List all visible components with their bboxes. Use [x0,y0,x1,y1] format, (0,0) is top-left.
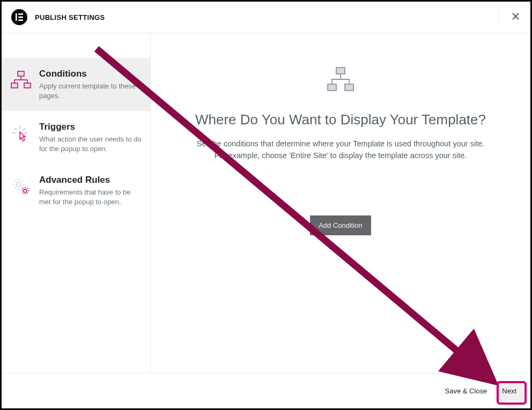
main-heading: Where Do You Want to Display Your Templa… [195,111,486,128]
svg-rect-6 [24,83,31,88]
svg-rect-0 [16,13,17,21]
sitemap-hero-icon [325,66,356,94]
svg-rect-15 [328,84,336,91]
close-button[interactable] [499,9,522,26]
svg-rect-14 [336,68,345,74]
main-subtitle: Set the conditions that determine where … [197,138,485,162]
sidebar-item-desc: Requirements that have to be met for the… [39,188,143,206]
dialog-body: Conditions Apply current template to the… [2,33,530,373]
svg-rect-4 [18,71,24,76]
sidebar-item-advanced-rules[interactable]: Advanced Rules Requirements that have to… [2,164,150,217]
next-button[interactable]: Next [494,381,524,401]
svg-rect-16 [345,84,353,91]
svg-point-12 [17,182,21,187]
svg-rect-2 [18,17,23,18]
sidebar-item-title: Advanced Rules [39,175,143,185]
svg-line-9 [23,128,25,130]
sitemap-icon [10,71,32,100]
main-content: Where Do You Want to Display Your Templa… [151,33,530,373]
dialog-title: PUBLISH SETTINGS [35,13,105,21]
sidebar-item-title: Triggers [39,122,143,132]
sidebar-item-title: Conditions [39,69,143,79]
dialog-header: PUBLISH SETTINGS [2,2,530,33]
publish-settings-dialog: PUBLISH SETTINGS Conditions [2,2,530,408]
sidebar-item-conditions[interactable]: Conditions Apply current template to the… [2,58,150,111]
click-icon [10,124,32,153]
add-condition-button[interactable]: Add Condition [310,215,371,235]
svg-rect-3 [18,19,23,21]
save-and-close-link[interactable]: Save & Close [445,387,487,395]
gears-icon [10,177,32,206]
svg-point-13 [24,189,27,192]
svg-line-8 [14,128,17,130]
elementor-logo-icon [11,9,27,25]
svg-rect-1 [18,13,23,15]
sidebar-item-desc: What action the user needs to do for the… [39,135,143,153]
close-icon [512,12,520,23]
sidebar-item-desc: Apply current template to these pages. [39,81,143,100]
sidebar-item-triggers[interactable]: Triggers What action the user needs to d… [2,111,150,164]
dialog-footer: Save & Close Next [2,373,530,408]
svg-rect-5 [11,83,18,88]
sidebar: Conditions Apply current template to the… [2,33,151,373]
